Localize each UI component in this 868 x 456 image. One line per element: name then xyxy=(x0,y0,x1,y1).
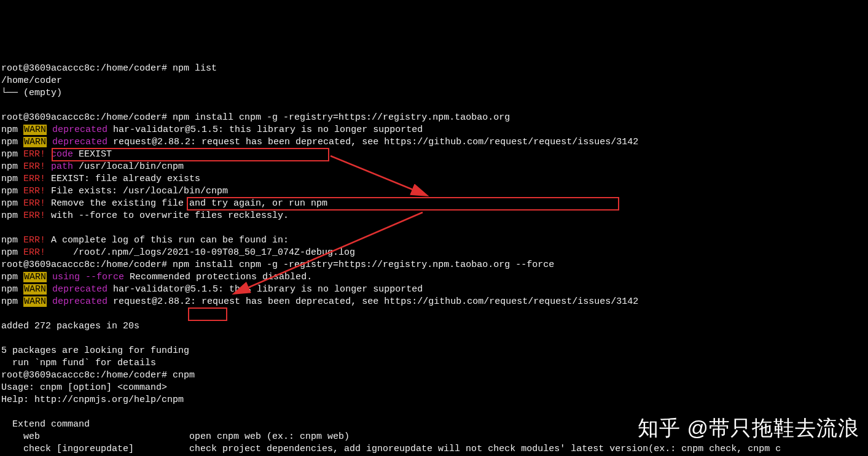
err-text: A complete log of this run can be found … xyxy=(45,235,289,245)
prompt: root@3609acaccc8c:/home/coder# xyxy=(1,370,167,381)
prompt: root@3609acaccc8c:/home/coder# xyxy=(1,260,167,270)
warn-badge: WARN xyxy=(23,272,47,282)
err-text: /root/.npm/_logs/2021-10-09T08_50_17_074… xyxy=(45,247,355,258)
output-line: Help: http://cnpmjs.org/help/cnpm xyxy=(1,395,184,405)
warn-badge: WARN xyxy=(23,296,47,307)
output-line: 5 packages are looking for funding xyxy=(1,346,189,356)
warn-text: request@2.88.2: request has been depreca… xyxy=(108,137,638,147)
warn-badge: WARN xyxy=(23,125,47,135)
npm-prefix: npm xyxy=(1,284,23,295)
npm-prefix: npm xyxy=(1,137,23,147)
command-npm-list: npm list xyxy=(173,63,217,74)
err-badge: ERR! xyxy=(23,149,45,160)
npm-prefix: npm xyxy=(1,186,23,196)
npm-prefix: npm xyxy=(1,125,23,135)
command-npm-install-force: npm install cnpm -g -registry=https://re… xyxy=(173,260,554,270)
npm-prefix: npm xyxy=(1,296,23,307)
output-line: added 272 packages in 20s xyxy=(1,321,139,331)
warn-text: request@2.88.2: request has been depreca… xyxy=(108,296,638,307)
output-line: └── (empty) xyxy=(1,88,62,98)
path-value: /usr/local/bin/cnpm xyxy=(73,161,184,172)
output-line: check [ingoreupdate] check project depen… xyxy=(1,444,781,454)
err-text: File exists: /usr/local/bin/cnpm xyxy=(45,186,228,196)
err-badge: ERR! xyxy=(23,161,45,172)
err-text: EEXIST: file already exists xyxy=(45,174,200,184)
err-badge: ERR! xyxy=(23,235,45,245)
err-text: Remove the existing file and try again, … xyxy=(45,198,327,209)
npm-prefix: npm xyxy=(1,149,23,160)
prompt: root@3609acaccc8c:/home/coder# xyxy=(1,63,167,74)
output-line: run `npm fund` for details xyxy=(1,358,156,368)
code-value: EEXIST xyxy=(73,149,112,160)
warn-text: Recommended protections disabled. xyxy=(124,272,312,282)
err-badge: ERR! xyxy=(23,186,45,196)
code-label: code xyxy=(51,149,73,160)
warn-text: har-validator@5.1.5: this library is no … xyxy=(108,125,423,135)
deprecated-label: deprecated xyxy=(52,284,108,295)
deprecated-label: deprecated xyxy=(52,125,108,135)
command-cnpm: cnpm xyxy=(173,370,195,381)
err-badge: ERR! xyxy=(23,174,45,184)
command-npm-install: npm install cnpm -g -registry=https://re… xyxy=(173,112,510,123)
output-line: Usage: cnpm [option] <command> xyxy=(1,382,167,393)
err-badge: ERR! xyxy=(23,198,45,209)
npm-prefix: npm xyxy=(1,174,23,184)
output-line: /home/coder xyxy=(1,75,62,86)
output-line: web open cnpm web (ex.: cnpm web) xyxy=(1,431,350,442)
npm-prefix: npm xyxy=(1,247,23,258)
npm-prefix: npm xyxy=(1,272,23,282)
path-label: path xyxy=(51,161,73,172)
using-force-label: using --force xyxy=(52,272,124,282)
npm-prefix: npm xyxy=(1,161,23,172)
npm-prefix: npm xyxy=(1,211,23,221)
deprecated-label: deprecated xyxy=(52,137,108,147)
err-badge: ERR! xyxy=(23,211,45,221)
prompt: root@3609acaccc8c:/home/coder# xyxy=(1,112,167,123)
warn-badge: WARN xyxy=(23,284,47,295)
warn-text: har-validator@5.1.5: this library is no … xyxy=(108,284,423,295)
deprecated-label: deprecated xyxy=(52,296,108,307)
err-text: with --force to overwrite files reckless… xyxy=(45,211,289,221)
output-line: Extend command xyxy=(1,419,90,430)
warn-badge: WARN xyxy=(23,137,47,147)
npm-prefix: npm xyxy=(1,235,23,245)
npm-prefix: npm xyxy=(1,198,23,209)
terminal-output: root@3609acaccc8c:/home/coder# npm list … xyxy=(0,49,868,456)
err-badge: ERR! xyxy=(23,247,45,258)
